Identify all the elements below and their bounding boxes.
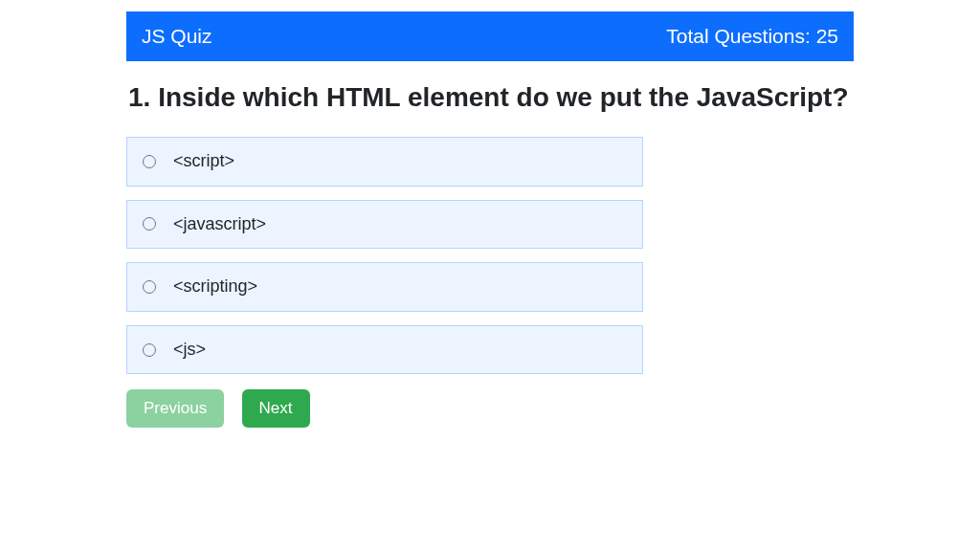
question-text: 1. Inside which HTML element do we put t…	[126, 80, 854, 114]
option-4[interactable]: <js>	[126, 325, 643, 375]
nav-buttons: Previous Next	[126, 389, 854, 428]
option-label: <js>	[173, 340, 206, 361]
total-questions-label: Total Questions: 25	[666, 25, 838, 48]
quiz-title: JS Quiz	[142, 25, 212, 48]
quiz-header: JS Quiz Total Questions: 25	[126, 11, 854, 61]
quiz-container: JS Quiz Total Questions: 25 1. Inside wh…	[126, 0, 854, 439]
options-list: <script> <javascript> <scripting> <js>	[126, 137, 643, 374]
question-number: 1.	[128, 82, 150, 112]
radio-icon	[143, 343, 156, 357]
option-label: <javascript>	[173, 214, 266, 235]
previous-button[interactable]: Previous	[126, 389, 224, 428]
option-1[interactable]: <script>	[126, 137, 643, 187]
next-button[interactable]: Next	[242, 389, 310, 428]
option-2[interactable]: <javascript>	[126, 200, 643, 250]
question-body: Inside which HTML element do we put the …	[158, 82, 848, 112]
option-label: <scripting>	[173, 276, 257, 298]
radio-icon	[143, 280, 156, 294]
option-label: <script>	[173, 151, 234, 172]
option-3[interactable]: <scripting>	[126, 262, 643, 312]
radio-icon	[143, 217, 156, 231]
radio-icon	[143, 155, 156, 168]
